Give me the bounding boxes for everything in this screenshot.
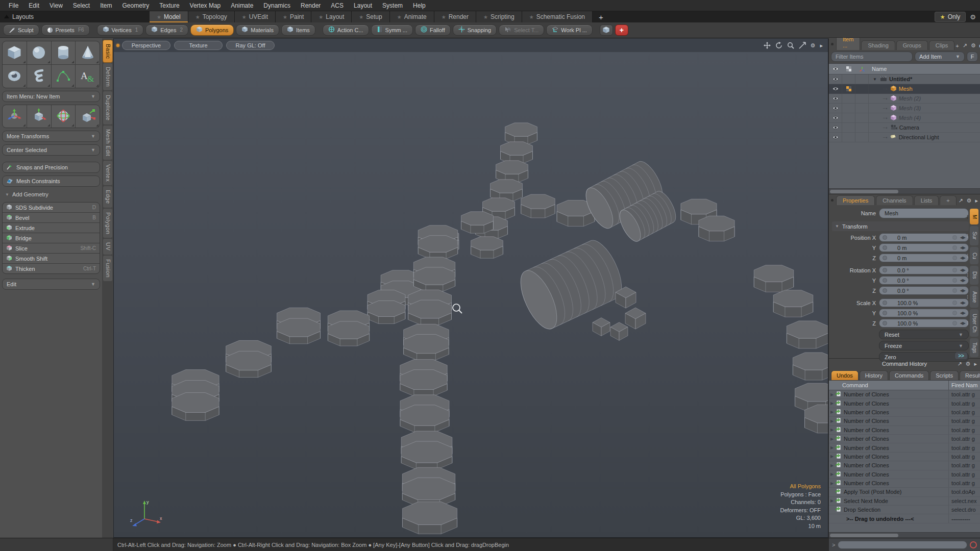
item-row-mesh-3-[interactable]: ┄▪Mesh (3) <box>829 104 980 113</box>
envelope-dot-icon[interactable] <box>952 268 957 272</box>
undo-row-number-of-clones[interactable]: ▶Number of Clonestool.attr g <box>829 461 980 470</box>
category-tab-polygon[interactable]: Polygon <box>103 209 112 238</box>
gear-icon[interactable]: ⚙ <box>970 13 976 21</box>
visibility-toggle[interactable] <box>829 113 842 122</box>
command-input[interactable] <box>838 541 967 549</box>
visibility-toggle[interactable] <box>829 84 842 93</box>
history-tab-undos[interactable]: Undos <box>831 370 859 380</box>
item-menu-dropdown[interactable]: Item Menu: New Item ▼ <box>2 91 100 102</box>
viewport-perspective-button[interactable]: Perspective <box>122 41 170 50</box>
undo-row-number-of-clones[interactable]: ▶Number of Clonestool.attr g <box>829 435 980 443</box>
reset-dropdown-button[interactable]: Reset▼ <box>879 330 969 339</box>
expand-row-icon[interactable]: ▶ <box>829 472 835 477</box>
menu-acs[interactable]: ACS <box>326 1 348 11</box>
name-field-input[interactable] <box>879 208 969 218</box>
presets-button[interactable]: PresetsF6 <box>41 24 90 36</box>
history-tab-history[interactable]: History <box>860 370 888 380</box>
props-side-tab-sur[interactable]: Sur ... <box>970 226 978 245</box>
item-row-mesh-2-[interactable]: ┄▪Mesh (2) <box>829 94 980 104</box>
mode-edges-button[interactable]: Edges2 <box>145 24 188 36</box>
undo-row-number-of-clones[interactable]: ▶Number of Clonestool.attr g <box>829 470 980 479</box>
expand-row-icon[interactable]: ▶ <box>829 419 835 423</box>
primitive-cone-button[interactable] <box>76 41 100 64</box>
filter-preset-button[interactable]: F <box>967 52 978 62</box>
envelope-dot-icon[interactable] <box>952 311 957 315</box>
menu-item[interactable]: Item <box>95 1 116 11</box>
channel-dot-icon[interactable] <box>883 288 887 293</box>
expand-icon[interactable]: ↗ <box>963 42 967 49</box>
rotate-view-icon[interactable] <box>775 42 782 49</box>
field-position-x[interactable]: 0 m◀▶ <box>879 233 969 242</box>
flyout-icon[interactable]: ▸ <box>975 197 978 204</box>
channel-dot-icon[interactable] <box>883 245 887 250</box>
add-layout-tab-button[interactable]: + <box>593 11 609 22</box>
layouts-button[interactable]: Layouts <box>0 11 40 22</box>
expand-row-icon[interactable]: ▶ <box>829 463 835 468</box>
render-toggle[interactable] <box>842 123 855 132</box>
tool-sds-subdivide[interactable]: SDS SubdivideD <box>3 203 100 212</box>
layout-tab-animate[interactable]: ★Animate <box>390 11 434 22</box>
mode-polygons-button[interactable]: Polygons <box>190 24 234 36</box>
envelope-dot-icon[interactable] <box>952 245 957 250</box>
select-through-button[interactable]: Select T... <box>499 24 544 36</box>
expand-row-icon[interactable]: ▶ <box>829 410 835 414</box>
mini-slider-icon[interactable]: ◀▶ <box>960 235 965 240</box>
undo-row-select-next-mode[interactable]: ▶Select Next Modeselect.nex <box>829 497 980 506</box>
tool-bridge[interactable]: Bridge <box>3 233 100 243</box>
field-z[interactable]: 100.0 %◀▶ <box>879 319 969 328</box>
mini-slider-icon[interactable]: ◀▶ <box>960 256 965 260</box>
tool-bevel[interactable]: BevelB <box>3 213 100 222</box>
field-y[interactable]: 0.0 °◀▶ <box>879 276 969 285</box>
primitive-sphere-button[interactable] <box>27 41 51 64</box>
channel-dot-icon[interactable] <box>883 278 887 283</box>
add-geometry-header[interactable]: ▼ Add Geometry <box>2 189 100 199</box>
menu-help[interactable]: Help <box>408 1 430 11</box>
panel-control-dot[interactable] <box>831 43 834 45</box>
tool-thicken[interactable]: ThickenCtrl-T <box>3 264 100 273</box>
fired-column-header[interactable]: Fired Nam <box>948 381 980 390</box>
envelope-dot-icon[interactable] <box>952 300 957 305</box>
visibility-toggle[interactable] <box>829 94 842 103</box>
layout-tab-uvedit[interactable]: ★UVEdit <box>235 11 276 22</box>
channel-dot-icon[interactable] <box>883 256 887 260</box>
axis-cell[interactable] <box>855 133 869 142</box>
channel-dot-icon[interactable] <box>883 321 887 325</box>
gear-icon[interactable]: ⚙ <box>967 197 972 204</box>
menu-dynamics[interactable]: Dynamics <box>259 1 295 11</box>
expand-row-icon[interactable]: ▶ <box>829 401 835 406</box>
symmetry-button[interactable]: Symm ... <box>371 24 413 36</box>
gear-icon[interactable]: ⚙ <box>971 42 976 49</box>
menu-animate[interactable]: Animate <box>226 1 258 11</box>
props-side-tab-m[interactable]: M ... <box>970 209 978 224</box>
undo-row-number-of-clones[interactable]: ▶Number of Clonestool.attr g <box>829 408 980 417</box>
menu-layout[interactable]: Layout <box>349 1 377 11</box>
primitive-curve-button[interactable] <box>52 65 76 88</box>
mini-slider-icon[interactable]: ◀▶ <box>960 245 965 250</box>
category-tab-basic[interactable]: Basic <box>103 40 112 62</box>
visibility-toggle[interactable] <box>829 74 842 84</box>
axis-cell[interactable] <box>855 104 869 113</box>
record-macro-button[interactable] <box>970 541 977 548</box>
history-tab-scripts[interactable]: Scripts <box>930 370 959 380</box>
category-tab-edge[interactable]: Edge <box>103 186 112 208</box>
flyout-icon[interactable]: ▸ <box>974 361 977 367</box>
axis-cell[interactable] <box>855 94 869 103</box>
undo-row-number-of-clones[interactable]: ▶Number of Clonestool.attr g <box>829 426 980 435</box>
item-row-mesh-4-[interactable]: ┄▪Mesh (4) <box>829 113 980 123</box>
field-scale-x[interactable]: 100.0 %◀▶ <box>879 298 969 307</box>
props-side-tab-asse[interactable]: Asse ... <box>970 286 978 308</box>
envelope-dot-icon[interactable] <box>952 321 957 325</box>
item-list-tab-groups[interactable]: Groups <box>896 40 928 50</box>
undo-row-number-of-clones[interactable]: ▶Number of Clonestool.attr g <box>829 453 980 461</box>
work-plane-button[interactable]: Work Pl ... <box>546 24 593 36</box>
flyout-icon[interactable]: ▸ <box>820 42 823 49</box>
history-tab-commands[interactable]: Commands <box>889 370 929 380</box>
item-row-camera[interactable]: ┄▪Camera <box>829 123 980 133</box>
history-tab-results[interactable]: Results <box>960 370 980 380</box>
expand-row-icon[interactable]: ▶ <box>829 445 835 450</box>
visibility-toggle[interactable] <box>829 104 842 113</box>
command-history-horizontal-scrollbar[interactable] <box>829 532 980 538</box>
pan-icon[interactable] <box>764 42 771 49</box>
field-y[interactable]: 0 m◀▶ <box>879 243 969 252</box>
primitive-text-button[interactable]: A& <box>76 65 100 88</box>
